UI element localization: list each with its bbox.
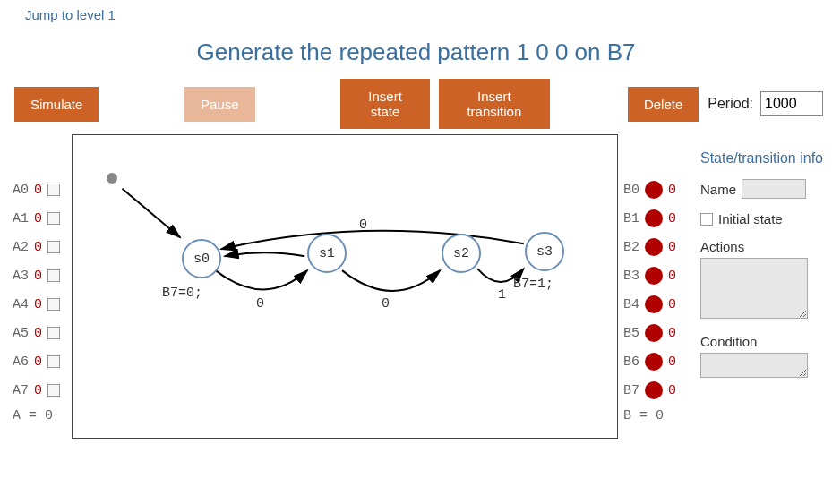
input-a3-label: A3 [13,269,29,284]
output-b4-row: B4 0 [623,290,691,319]
input-a0-row: A0 0 [13,175,72,204]
input-a0-label: A0 [13,183,29,198]
input-a2-value: 0 [34,240,42,255]
insert-state-button[interactable]: Insert state [340,79,430,129]
output-b3-value: 0 [668,269,676,284]
output-b1-row: B1 0 [623,204,691,233]
edge-s0-s1-label: 0 [256,296,264,312]
input-a1-checkbox[interactable] [47,212,60,225]
output-b7-led-icon [645,381,663,399]
input-a4-checkbox[interactable] [47,298,60,311]
fsm-canvas[interactable]: s0 s1 s2 s3 B7=0; B7=1; 0 0 1 0 [72,134,618,439]
state-s0[interactable]: s0 [182,239,221,278]
output-b0-row: B0 0 [623,175,691,204]
input-a4-row: A4 0 [13,290,72,319]
input-a6-checkbox[interactable] [47,355,60,368]
input-a3-value: 0 [34,269,42,284]
output-b0-led-icon [645,181,663,199]
input-a4-label: A4 [13,297,29,312]
initial-state-label: Initial state [718,211,783,226]
period-label: Period: [708,96,753,112]
name-label: Name [700,182,736,197]
output-b0-value: 0 [668,183,676,198]
edge-s1-s2-label: 0 [382,296,390,312]
input-a2-row: A2 0 [13,233,72,261]
output-b3-row: B3 0 [623,261,691,290]
output-b3-label: B3 [623,269,639,284]
input-a3-row: A3 0 [13,261,72,290]
input-a4-value: 0 [34,297,42,312]
insert-transition-button[interactable]: Insert transition [439,79,550,129]
delete-button[interactable]: Delete [628,87,699,122]
output-b5-label: B5 [623,326,639,341]
name-input[interactable] [742,179,806,199]
output-b0-label: B0 [623,183,639,198]
edge-s2-s3-label: 1 [498,287,506,303]
toolbar: Simulate Pause Insert state Insert trans… [0,79,832,134]
jump-link[interactable]: Jump to level 1 [0,0,116,22]
input-a5-value: 0 [34,326,42,341]
input-a0-value: 0 [34,183,42,198]
state-s0-action: B7=0; [162,286,202,301]
condition-textarea[interactable] [700,353,808,378]
state-s1[interactable]: s1 [307,234,347,273]
output-b5-value: 0 [668,326,676,341]
input-a-column: A0 0 A1 0 A2 0 A3 0 A4 0 A5 0 [13,134,72,439]
pause-button: Pause [184,87,255,122]
input-a3-checkbox[interactable] [47,269,60,282]
output-b6-row: B6 0 [623,347,691,376]
output-b1-value: 0 [668,211,676,226]
input-a2-label: A2 [13,240,29,255]
output-b4-value: 0 [668,297,676,312]
output-b4-label: B4 [623,297,639,312]
output-b6-value: 0 [668,355,676,370]
output-b2-value: 0 [668,240,676,255]
output-b1-label: B1 [623,211,639,226]
output-b2-row: B2 0 [623,233,691,261]
input-a7-value: 0 [34,383,42,398]
output-b2-led-icon [645,238,663,256]
state-s3[interactable]: s3 [525,232,564,271]
input-a7-checkbox[interactable] [47,384,60,397]
state-s0-label: s0 [193,252,210,267]
input-a2-checkbox[interactable] [47,241,60,253]
input-a6-value: 0 [34,355,42,370]
input-a1-row: A1 0 [13,204,72,233]
input-a6-row: A6 0 [13,347,72,376]
initial-state-checkbox[interactable] [700,213,713,226]
initial-marker-icon[interactable] [107,173,117,184]
actions-textarea[interactable] [700,258,808,319]
input-a7-row: A7 0 [13,376,72,405]
info-panel-header: State/transition info [700,150,826,167]
output-b6-led-icon [645,353,663,371]
output-b1-led-icon [645,209,663,227]
output-b5-row: B5 0 [623,319,691,347]
state-s2[interactable]: s2 [442,234,481,273]
edge-s3-s0-label: 0 [359,218,367,233]
info-panel: State/transition info Name Initial state… [691,134,826,439]
simulate-button[interactable]: Simulate [14,87,99,122]
output-b-sum: B = 0 [623,408,691,423]
output-b7-label: B7 [623,383,639,398]
output-b6-label: B6 [623,355,639,370]
output-b4-led-icon [645,295,663,313]
state-s3-action: B7=1; [513,277,553,292]
input-a1-label: A1 [13,211,29,226]
state-s3-label: s3 [536,244,553,260]
input-a7-label: A7 [13,383,29,398]
input-a1-value: 0 [34,211,42,226]
state-s1-label: s1 [319,246,335,261]
period-input[interactable] [760,91,823,116]
input-a0-checkbox[interactable] [47,184,60,196]
condition-label: Condition [700,334,826,349]
output-b2-label: B2 [623,240,639,255]
page-title: Generate the repeated pattern 1 0 0 on B… [0,38,832,66]
input-a5-label: A5 [13,326,29,341]
output-b7-row: B7 0 [623,376,691,405]
input-a5-checkbox[interactable] [47,327,60,339]
input-a6-label: A6 [13,355,29,370]
output-b7-value: 0 [668,383,676,398]
input-a-sum: A = 0 [13,408,72,423]
output-b5-led-icon [645,324,663,342]
state-s2-label: s2 [453,246,469,261]
